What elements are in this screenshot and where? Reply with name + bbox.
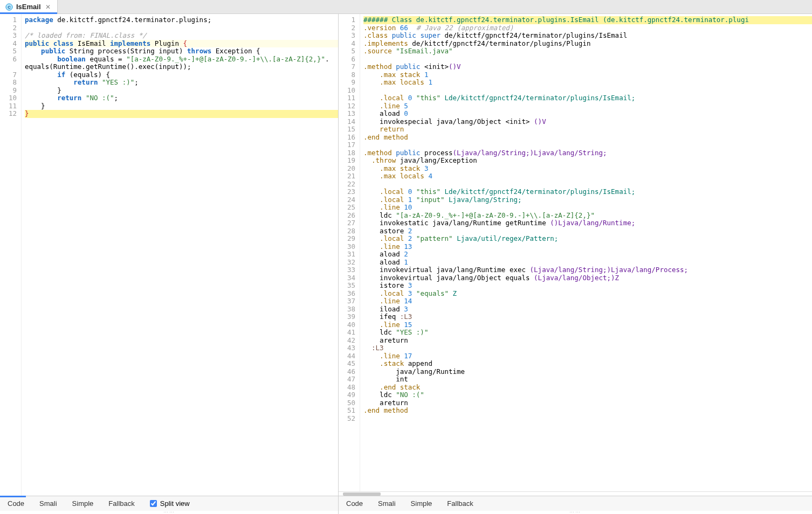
footer-tab-fallback-r[interactable]: Fallback [439, 499, 480, 508]
split-view-toggle[interactable]: Split view [142, 499, 197, 508]
resize-handle-left[interactable]: ⋯⋯ [0, 511, 338, 514]
class-icon: C [5, 3, 13, 11]
app-root: C IsEmail ✕ 123456789101112 package de.k… [0, 0, 812, 514]
footer-left: Code Smali Simple Fallback Split view [0, 496, 338, 511]
code-left[interactable]: package de.kitctf.gpnctf24.terminator.pl… [22, 14, 338, 496]
gutter-right: 1234567891011121314151617181920212223242… [339, 14, 360, 491]
footer-tab-code-r[interactable]: Code [339, 499, 370, 508]
tab-label: IsEmail [16, 3, 41, 11]
gutter-left: 123456789101112 [0, 14, 22, 496]
split-view-checkbox[interactable] [150, 500, 157, 507]
footer-tab-smali[interactable]: Smali [32, 499, 65, 508]
tab-isemail[interactable]: C IsEmail ✕ [0, 0, 58, 13]
right-pane: 1234567891011121314151617181920212223242… [339, 14, 812, 514]
split-view: 123456789101112 package de.kitctf.gpnctf… [0, 14, 812, 514]
footer-tab-simple[interactable]: Simple [65, 499, 101, 508]
footer-tab-fallback[interactable]: Fallback [101, 499, 142, 508]
close-icon[interactable]: ✕ [44, 3, 52, 11]
footer-tab-smali-r[interactable]: Smali [370, 499, 403, 508]
scrollbar-right[interactable] [339, 491, 812, 496]
code-right[interactable]: ###### Class de.kitctf.gpnctf24.terminat… [360, 14, 812, 491]
split-view-label: Split view [160, 499, 190, 508]
footer-tab-code[interactable]: Code [0, 499, 32, 508]
svg-text:C: C [8, 4, 11, 9]
footer-tab-simple-r[interactable]: Simple [403, 499, 440, 508]
java-editor[interactable]: 123456789101112 package de.kitctf.gpnctf… [0, 14, 338, 496]
resize-handle-right[interactable]: ⋯⋯ [339, 511, 812, 514]
footer-right: Code Smali Simple Fallback [339, 496, 812, 511]
smali-editor[interactable]: 1234567891011121314151617181920212223242… [339, 14, 812, 491]
tab-bar: C IsEmail ✕ [0, 0, 812, 14]
left-pane: 123456789101112 package de.kitctf.gpnctf… [0, 14, 339, 514]
